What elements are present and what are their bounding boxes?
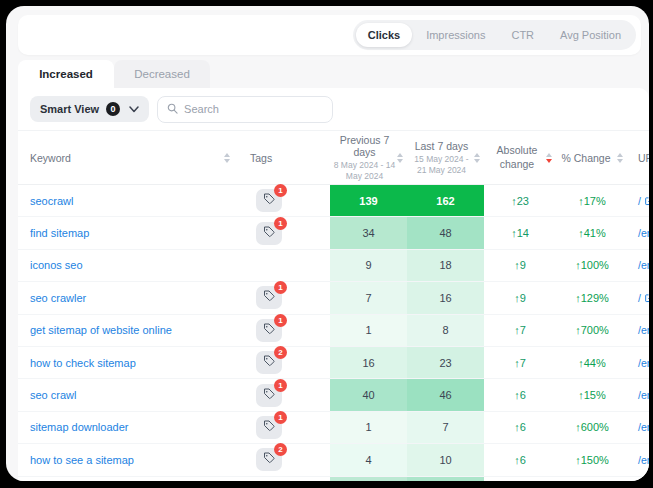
absolute-change-cell <box>484 477 556 481</box>
url-link[interactable]: /en <box>638 389 649 401</box>
sort-pct-change[interactable] <box>617 153 623 163</box>
header-keyword-label: Keyword <box>30 152 71 164</box>
tag-count-badge: 1 <box>274 281 287 294</box>
tag-count-badge: 1 <box>274 314 287 327</box>
last-value-cell: 23 <box>407 347 484 378</box>
tag-icon <box>263 452 275 467</box>
sort-previous[interactable] <box>397 153 403 163</box>
previous-value-cell: 1 <box>330 412 407 443</box>
table-row: find sitemap 1 34 48 ↑14 ↑41% /en <box>18 217 649 249</box>
absolute-change-cell: ↑9 <box>484 282 556 313</box>
url-link[interactable]: /en <box>638 421 649 433</box>
pct-change-cell: ↑600% <box>556 412 628 443</box>
pct-change-cell: ↑44% <box>556 347 628 378</box>
app-window: ClicksImpressionsCTRAvg Position Increas… <box>6 6 649 481</box>
metric-tab-impressions[interactable]: Impressions <box>414 23 497 47</box>
url-link[interactable]: / <box>638 292 649 304</box>
keyword-link[interactable]: sitemap downloader <box>30 421 128 433</box>
sort-keyword[interactable] <box>224 153 230 163</box>
tag-chip-button[interactable]: 2 <box>256 351 282 374</box>
tab-increased[interactable]: Increased <box>18 60 114 88</box>
tag-count-badge: 2 <box>274 443 287 456</box>
absolute-change-cell: ↑6 <box>484 379 556 410</box>
metric-tab-clicks[interactable]: Clicks <box>356 23 412 47</box>
tag-chip-button[interactable]: 1 <box>256 189 282 212</box>
table-header: Keyword Tags Previous 7 days 8 May 2024 … <box>18 130 649 185</box>
tag-chip-button[interactable]: 1 <box>256 222 282 245</box>
increase-decrease-tabs: IncreasedDecreased <box>18 60 210 88</box>
url-link[interactable]: /en <box>638 454 649 466</box>
header-previous-range: 8 May 2024 - 14 May 2024 <box>332 160 397 181</box>
url-text: /en <box>638 324 649 336</box>
url-text: / <box>638 195 641 207</box>
table-row: how to see a sitemap 2 4 10 ↑6 ↑150% /en <box>18 444 649 476</box>
tag-icon <box>263 388 275 403</box>
keyword-link[interactable]: seo crawl <box>30 389 76 401</box>
absolute-change-cell: ↑14 <box>484 217 556 248</box>
url-link[interactable]: / <box>638 195 649 207</box>
keyword-link[interactable]: how to check sitemap <box>30 357 136 369</box>
url-text: / <box>638 292 641 304</box>
previous-value-cell: 9 <box>330 250 407 281</box>
pct-change-cell <box>556 477 628 481</box>
pct-change-cell: ↑100% <box>556 250 628 281</box>
url-text: /en <box>638 421 649 433</box>
tag-icon <box>263 355 275 370</box>
tag-icon <box>263 420 275 435</box>
table-toolbar: Smart View 0 <box>18 88 649 130</box>
search-box <box>157 96 333 123</box>
url-link[interactable]: /en <box>638 324 649 336</box>
pct-change-cell: ↑129% <box>556 282 628 313</box>
keyword-link[interactable]: seocrawl <box>30 195 73 207</box>
sort-last[interactable] <box>474 153 480 163</box>
last-value-cell: 46 <box>407 379 484 410</box>
url-link[interactable]: /em <box>638 259 649 271</box>
smart-view-label: Smart View <box>40 103 99 115</box>
url-text: /em <box>638 259 649 271</box>
smart-view-count-badge: 0 <box>106 102 120 116</box>
metric-tab-ctr[interactable]: CTR <box>499 23 546 47</box>
smart-view-dropdown[interactable]: Smart View 0 <box>30 96 149 122</box>
absolute-change-cell: ↑6 <box>484 412 556 443</box>
url-text: /en <box>638 389 649 401</box>
previous-value-cell: 4 <box>330 444 407 475</box>
header-pct-change-label: % Change <box>561 152 610 164</box>
tag-chip-button[interactable]: 1 <box>256 384 282 407</box>
keyword-link[interactable]: iconos seo <box>30 259 83 271</box>
previous-value-cell: 1 <box>330 315 407 346</box>
top-bar: ClicksImpressionsCTRAvg Position <box>18 15 641 55</box>
tag-icon <box>263 193 275 208</box>
header-tags-label: Tags <box>250 152 272 164</box>
tag-chip-button[interactable]: 1 <box>256 319 282 342</box>
absolute-change-cell: ↑23 <box>484 185 556 216</box>
search-input[interactable] <box>184 103 323 115</box>
tag-chip-button[interactable]: 2 <box>256 448 282 471</box>
keyword-link[interactable]: find sitemap <box>30 227 89 239</box>
metric-tab-avg-position[interactable]: Avg Position <box>548 23 633 47</box>
table-row: iconos seo 9 18 ↑9 ↑100% /em <box>18 250 649 282</box>
previous-value-cell: 139 <box>330 185 407 216</box>
sort-absolute-change[interactable] <box>546 153 552 163</box>
last-value-cell: 162 <box>407 185 484 216</box>
table-row: how to check sitemap 2 16 23 ↑7 ↑44% /en <box>18 347 649 379</box>
pct-change-cell: ↑700% <box>556 315 628 346</box>
tag-chip-button[interactable]: 1 <box>256 416 282 439</box>
header-last-title: Last 7 days <box>415 140 469 152</box>
table-row: seocrawl 1 139 162 ↑23 ↑17% / <box>18 185 649 217</box>
tag-chip-button[interactable]: 1 <box>256 286 282 309</box>
last-value-cell: 8 <box>407 315 484 346</box>
last-value-cell: 10 <box>407 444 484 475</box>
header-last-range: 15 May 2024 - 21 May 2024 <box>409 154 474 175</box>
table-row: get sitemap of website online 1 1 8 ↑7 ↑… <box>18 315 649 347</box>
last-value-cell: 18 <box>407 250 484 281</box>
url-link[interactable]: /en <box>638 357 649 369</box>
header-absolute-change-label: Absolute change <box>488 144 540 170</box>
tab-decreased[interactable]: Decreased <box>114 60 210 88</box>
keyword-link[interactable]: get sitemap of website online <box>30 324 172 336</box>
pct-change-cell: ↑17% <box>556 185 628 216</box>
url-link[interactable]: /en <box>638 227 649 239</box>
keyword-link[interactable]: seo crawler <box>30 292 86 304</box>
pct-change-cell: ↑15% <box>556 379 628 410</box>
keyword-link[interactable]: how to see a sitemap <box>30 454 134 466</box>
tag-icon <box>263 226 275 241</box>
